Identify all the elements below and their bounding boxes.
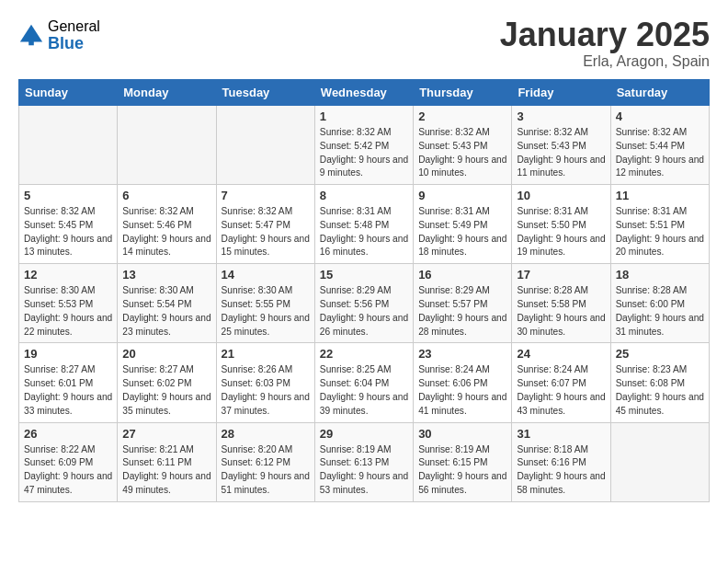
day-info: Sunrise: 8:27 AMSunset: 6:01 PMDaylight:… — [24, 363, 112, 418]
week-row-0: 1 Sunrise: 8:32 AMSunset: 5:42 PMDayligh… — [19, 106, 710, 185]
day-info: Sunrise: 8:31 AMSunset: 5:48 PMDaylight:… — [320, 205, 408, 259]
day-info: Sunrise: 8:32 AMSunset: 5:45 PMDaylight:… — [24, 205, 112, 259]
day-cell — [610, 422, 709, 501]
day-number: 27 — [122, 427, 210, 441]
header-tuesday: Tuesday — [216, 80, 314, 106]
day-cell: 7 Sunrise: 8:32 AMSunset: 5:47 PMDayligh… — [216, 185, 314, 264]
header-thursday: Thursday — [414, 80, 512, 106]
week-row-3: 19 Sunrise: 8:27 AMSunset: 6:01 PMDaylig… — [19, 343, 710, 422]
logo-text: General Blue — [48, 18, 100, 52]
day-cell — [216, 106, 314, 185]
day-cell — [19, 106, 118, 185]
day-info: Sunrise: 8:31 AMSunset: 5:49 PMDaylight:… — [418, 205, 506, 259]
logo-general: General — [48, 18, 100, 35]
day-cell: 8 Sunrise: 8:31 AMSunset: 5:48 PMDayligh… — [314, 185, 413, 264]
day-info: Sunrise: 8:25 AMSunset: 6:04 PMDaylight:… — [320, 363, 408, 418]
day-info: Sunrise: 8:27 AMSunset: 6:02 PMDaylight:… — [122, 363, 210, 418]
day-number: 3 — [517, 109, 605, 123]
day-cell: 5 Sunrise: 8:32 AMSunset: 5:45 PMDayligh… — [19, 185, 118, 264]
week-row-2: 12 Sunrise: 8:30 AMSunset: 5:53 PMDaylig… — [19, 264, 710, 343]
day-number: 30 — [418, 427, 506, 441]
day-cell: 16 Sunrise: 8:29 AMSunset: 5:57 PMDaylig… — [414, 264, 512, 343]
logo-blue: Blue — [48, 35, 100, 53]
day-cell: 25 Sunrise: 8:23 AMSunset: 6:08 PMDaylig… — [610, 343, 709, 422]
page-header: General Blue January 2025 Erla, Aragon, … — [18, 18, 710, 70]
header-monday: Monday — [118, 80, 216, 106]
day-cell: 27 Sunrise: 8:21 AMSunset: 6:11 PMDaylig… — [118, 422, 216, 501]
day-info: Sunrise: 8:22 AMSunset: 6:09 PMDaylight:… — [24, 443, 112, 498]
day-info: Sunrise: 8:30 AMSunset: 5:55 PMDaylight:… — [222, 284, 310, 339]
location: Erla, Aragon, Spain — [500, 53, 710, 70]
day-number: 11 — [616, 189, 704, 202]
day-info: Sunrise: 8:31 AMSunset: 5:50 PMDaylight:… — [517, 205, 605, 259]
day-info: Sunrise: 8:30 AMSunset: 5:54 PMDaylight:… — [122, 284, 210, 339]
day-number: 1 — [320, 109, 408, 123]
week-row-1: 5 Sunrise: 8:32 AMSunset: 5:45 PMDayligh… — [19, 185, 710, 264]
day-info: Sunrise: 8:29 AMSunset: 5:57 PMDaylight:… — [418, 284, 506, 339]
svg-rect-1 — [28, 38, 34, 44]
day-number: 9 — [418, 189, 506, 202]
header-row: SundayMondayTuesdayWednesdayThursdayFrid… — [19, 80, 710, 106]
month-title: January 2025 — [500, 18, 710, 52]
day-cell: 6 Sunrise: 8:32 AMSunset: 5:46 PMDayligh… — [118, 185, 216, 264]
day-info: Sunrise: 8:28 AMSunset: 5:58 PMDaylight:… — [517, 284, 605, 339]
day-info: Sunrise: 8:29 AMSunset: 5:56 PMDaylight:… — [320, 284, 408, 339]
day-cell: 11 Sunrise: 8:31 AMSunset: 5:51 PMDaylig… — [610, 185, 709, 264]
day-number: 2 — [418, 109, 506, 123]
day-cell: 1 Sunrise: 8:32 AMSunset: 5:42 PMDayligh… — [314, 106, 413, 185]
logo-icon — [18, 23, 44, 49]
day-info: Sunrise: 8:20 AMSunset: 6:12 PMDaylight:… — [222, 443, 310, 498]
day-number: 28 — [222, 427, 310, 441]
day-number: 15 — [320, 268, 408, 282]
day-cell: 15 Sunrise: 8:29 AMSunset: 5:56 PMDaylig… — [314, 264, 413, 343]
day-cell: 3 Sunrise: 8:32 AMSunset: 5:43 PMDayligh… — [512, 106, 610, 185]
day-cell — [118, 106, 216, 185]
day-number: 16 — [418, 268, 506, 282]
day-number: 14 — [222, 268, 310, 282]
day-number: 4 — [616, 109, 704, 123]
day-cell: 23 Sunrise: 8:24 AMSunset: 6:06 PMDaylig… — [414, 343, 512, 422]
day-number: 17 — [517, 268, 605, 282]
day-info: Sunrise: 8:32 AMSunset: 5:44 PMDaylight:… — [616, 126, 704, 180]
day-info: Sunrise: 8:32 AMSunset: 5:43 PMDaylight:… — [418, 126, 506, 180]
day-cell: 21 Sunrise: 8:26 AMSunset: 6:03 PMDaylig… — [216, 343, 314, 422]
day-number: 13 — [122, 268, 210, 282]
header-friday: Friday — [512, 80, 610, 106]
day-cell: 26 Sunrise: 8:22 AMSunset: 6:09 PMDaylig… — [19, 422, 118, 501]
header-wednesday: Wednesday — [314, 80, 413, 106]
logo: General Blue — [18, 18, 100, 52]
week-row-4: 26 Sunrise: 8:22 AMSunset: 6:09 PMDaylig… — [19, 422, 710, 501]
day-info: Sunrise: 8:24 AMSunset: 6:06 PMDaylight:… — [418, 363, 506, 418]
day-number: 24 — [517, 347, 605, 361]
day-number: 22 — [320, 347, 408, 361]
day-number: 7 — [222, 189, 310, 202]
day-cell: 29 Sunrise: 8:19 AMSunset: 6:13 PMDaylig… — [314, 422, 413, 501]
day-number: 19 — [24, 347, 112, 361]
day-info: Sunrise: 8:18 AMSunset: 6:16 PMDaylight:… — [517, 443, 605, 498]
day-number: 31 — [517, 427, 605, 441]
day-info: Sunrise: 8:19 AMSunset: 6:13 PMDaylight:… — [320, 443, 408, 498]
day-cell: 2 Sunrise: 8:32 AMSunset: 5:43 PMDayligh… — [414, 106, 512, 185]
day-info: Sunrise: 8:32 AMSunset: 5:47 PMDaylight:… — [222, 205, 310, 259]
day-number: 10 — [517, 189, 605, 202]
day-number: 25 — [616, 347, 704, 361]
day-cell: 30 Sunrise: 8:19 AMSunset: 6:15 PMDaylig… — [414, 422, 512, 501]
day-number: 8 — [320, 189, 408, 202]
day-info: Sunrise: 8:19 AMSunset: 6:15 PMDaylight:… — [418, 443, 506, 498]
day-info: Sunrise: 8:23 AMSunset: 6:08 PMDaylight:… — [616, 363, 704, 418]
day-info: Sunrise: 8:28 AMSunset: 6:00 PMDaylight:… — [616, 284, 704, 339]
day-info: Sunrise: 8:32 AMSunset: 5:46 PMDaylight:… — [122, 205, 210, 259]
day-number: 21 — [222, 347, 310, 361]
day-cell: 19 Sunrise: 8:27 AMSunset: 6:01 PMDaylig… — [19, 343, 118, 422]
day-info: Sunrise: 8:30 AMSunset: 5:53 PMDaylight:… — [24, 284, 112, 339]
day-cell: 31 Sunrise: 8:18 AMSunset: 6:16 PMDaylig… — [512, 422, 610, 501]
day-cell: 18 Sunrise: 8:28 AMSunset: 6:00 PMDaylig… — [610, 264, 709, 343]
day-info: Sunrise: 8:31 AMSunset: 5:51 PMDaylight:… — [616, 205, 704, 259]
title-block: January 2025 Erla, Aragon, Spain — [500, 18, 710, 70]
day-info: Sunrise: 8:26 AMSunset: 6:03 PMDaylight:… — [222, 363, 310, 418]
day-number: 18 — [616, 268, 704, 282]
calendar-table: SundayMondayTuesdayWednesdayThursdayFrid… — [18, 79, 710, 502]
day-number: 20 — [122, 347, 210, 361]
day-number: 12 — [24, 268, 112, 282]
day-number: 6 — [122, 189, 210, 202]
